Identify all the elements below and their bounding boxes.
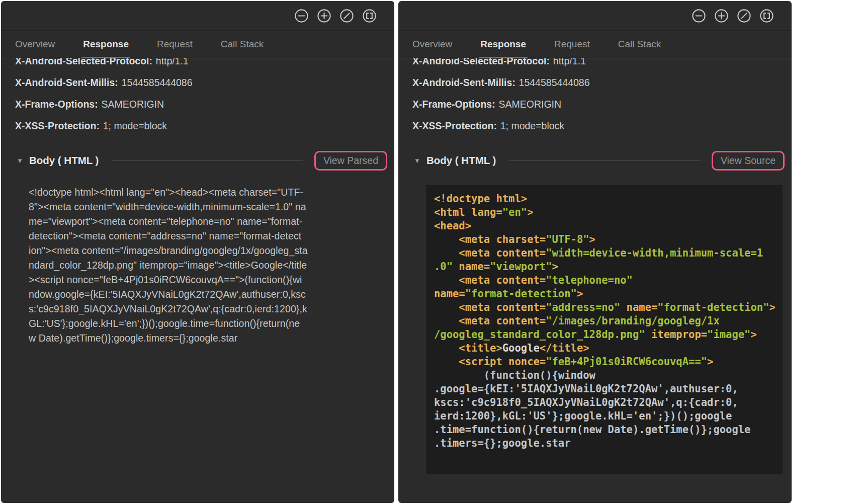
- tab[interactable]: Overview: [412, 31, 452, 58]
- code-segment-val: "/images/branding/googleg/1x: [546, 315, 720, 327]
- annotation-highlight: View Parsed: [314, 151, 387, 171]
- header-colon: :: [149, 58, 153, 66]
- tab[interactable]: Request: [554, 31, 590, 58]
- reset-zoom-button[interactable]: [338, 8, 355, 24]
- tab-bar: Overview Response Request Call Stack: [1, 31, 394, 58]
- zoom-out-button[interactable]: [691, 8, 707, 24]
- code-line: <meta charset="UTF-8">: [434, 233, 783, 246]
- code-segment-val: "format-detection": [465, 288, 577, 300]
- code-line: <title>Google</title>: [434, 342, 783, 355]
- code-segment-val: "telephone=no": [546, 274, 633, 286]
- code-segment-plain: ierd:1200},kGL:'US'};google.kHL='en';})(…: [434, 410, 732, 422]
- code-segment-plain: .google={kEI:'5IAQXJyVNaiL0gK2t72QAw',au…: [434, 383, 738, 395]
- response-header-row: X-Android-Selected-Protocol:http/1.1: [15, 58, 394, 72]
- code-line: <html lang="en">: [434, 206, 783, 219]
- header-value: SAMEORIGIN: [499, 99, 562, 110]
- code-segment-val: .0": [434, 261, 453, 273]
- code-segment-tag: <title>: [434, 342, 502, 354]
- tab[interactable]: Request: [157, 31, 193, 58]
- code-segment-tag: <meta content=: [434, 315, 546, 327]
- zoom-to-selection-button[interactable]: [758, 8, 774, 24]
- response-headers-list: X-Android-Selected-Protocol:http/1.1 X-A…: [398, 58, 792, 137]
- zoom-out-icon: [294, 8, 309, 24]
- network-inspector-panel-parsed: Overview Response Request Call Stack X-A…: [1, 1, 394, 503]
- code-segment-tag: <script nonce=: [434, 356, 546, 368]
- header-name: X-Android-Selected-Protocol: [15, 58, 149, 66]
- code-segment-val: "address=no": [546, 301, 620, 313]
- header-value: 1; mode=block: [500, 120, 564, 131]
- code-segment-val: "UTF-8": [546, 233, 589, 245]
- zoom-in-button[interactable]: [713, 8, 729, 24]
- code-segment-val: "width=device-width,minimum-scale=1: [546, 247, 763, 259]
- tab[interactable]: Call Stack: [618, 31, 661, 58]
- view-parsed-button[interactable]: View Parsed: [323, 155, 378, 166]
- body-text-line: <!doctype html><html lang="en"><head><me…: [29, 185, 389, 200]
- header-name: X-XSS-Protection: [15, 120, 96, 131]
- code-line: <meta content="/images/branding/googleg/…: [434, 314, 783, 328]
- code-segment-tag: itemprop=: [645, 328, 707, 341]
- code-line: <head>: [434, 219, 783, 233]
- network-inspector-panel-source: Overview Response Request Call Stack X-A…: [398, 1, 792, 503]
- code-segment-plain: kscs:'c9c918f0_5IAQXJyVNaiL0gK2t72QAw',q…: [434, 396, 738, 408]
- view-source-button[interactable]: View Source: [721, 155, 776, 166]
- body-text-line: s:'c9c918f0_5IAQXJyVNaiL0gK2t72QAw',q:{c…: [29, 302, 389, 316]
- collapse-caret-icon[interactable]: ▼: [414, 157, 420, 164]
- source-code-block: <!doctype html><html lang="en"><head> <m…: [426, 185, 783, 474]
- tab[interactable]: Response: [480, 31, 526, 58]
- code-segment-tag: </title>: [540, 342, 589, 354]
- zoom-to-selection-icon: [759, 8, 774, 24]
- code-line: name="format-detection">: [434, 287, 783, 301]
- response-header-row: X-XSS-Protection:1; mode=block: [15, 115, 394, 137]
- header-colon: :: [115, 77, 118, 88]
- code-segment-val: "format-detection": [657, 301, 769, 313]
- header-value: SAMEORIGIN: [102, 99, 164, 110]
- tab[interactable]: Response: [83, 31, 129, 58]
- body-section-title: Body ( HTML ): [29, 154, 99, 166]
- response-header-row: X-Frame-Options:SAMEORIGIN: [15, 94, 394, 115]
- annotation-highlight: View Source: [712, 151, 785, 171]
- header-colon: :: [95, 99, 98, 110]
- code-segment-plain: .timers={};google.star: [434, 437, 571, 449]
- body-section-header: ▼ Body ( HTML ) View Source: [398, 148, 792, 173]
- header-name: X-Frame-Options: [15, 99, 95, 110]
- collapse-caret-icon[interactable]: ▼: [17, 157, 23, 164]
- zoom-in-button[interactable]: [316, 8, 332, 24]
- reset-zoom-button[interactable]: [736, 8, 752, 24]
- tab-bar: Overview Response Request Call Stack: [398, 31, 792, 58]
- section-divider: [509, 160, 700, 161]
- zoom-to-selection-button[interactable]: [361, 8, 377, 24]
- response-header-row: X-Android-Sent-Millis:1544585444086: [15, 72, 394, 94]
- code-segment-plain: (function(){window: [434, 369, 595, 381]
- code-segment-tag: <!doctype html>: [434, 193, 527, 205]
- header-name: X-Android-Selected-Protocol: [412, 58, 547, 66]
- header-colon: :: [493, 120, 497, 131]
- body-text-line: ndard_color_128dp.png" itemprop="image">…: [29, 258, 389, 273]
- code-line: /googleg_standard_color_128dp.png" itemp…: [434, 328, 783, 342]
- code-line: .time=function(){return(new Date).getTim…: [434, 423, 783, 437]
- code-line: ierd:1200},kGL:'US'};google.kHL='en';})(…: [434, 409, 783, 423]
- code-line: (function(){window: [434, 369, 783, 382]
- tab[interactable]: Call Stack: [221, 31, 264, 58]
- body-text-line: me="viewport"><meta content="telephone=n…: [29, 214, 389, 229]
- body-text-line: w Date).getTime()};google.timers={};goog…: [29, 331, 389, 346]
- code-segment-tag: >: [577, 288, 583, 300]
- code-segment-tag: >: [707, 356, 713, 368]
- response-header-row: X-Android-Sent-Millis:1544585444086: [412, 72, 792, 94]
- code-segment-tag: >: [589, 233, 595, 245]
- header-value: http/1.1: [553, 58, 586, 66]
- code-line: <meta content="address=no" name="format-…: [434, 301, 783, 314]
- body-text-line: detection"><meta content="address=no" na…: [29, 229, 389, 243]
- header-value: http/1.1: [156, 58, 189, 66]
- code-segment-val: /googleg_standard_color_128dp.png": [434, 328, 645, 341]
- code-segment-tag: name=: [434, 288, 465, 300]
- code-segment-tag: >: [769, 301, 776, 313]
- header-colon: :: [492, 99, 495, 110]
- code-segment-tag: >: [527, 206, 533, 218]
- code-line: <meta content="width=device-width,minimu…: [434, 246, 783, 260]
- tab[interactable]: Overview: [15, 31, 55, 58]
- header-name: X-Frame-Options: [412, 99, 492, 110]
- code-segment-plain: .time=function(){return(new Date).getTim…: [434, 424, 750, 436]
- body-text-line: ><script nonce="feB+4Pj01s0iRCW6couvqA==…: [29, 273, 389, 287]
- zoom-out-button[interactable]: [293, 8, 309, 24]
- header-colon: :: [96, 120, 100, 131]
